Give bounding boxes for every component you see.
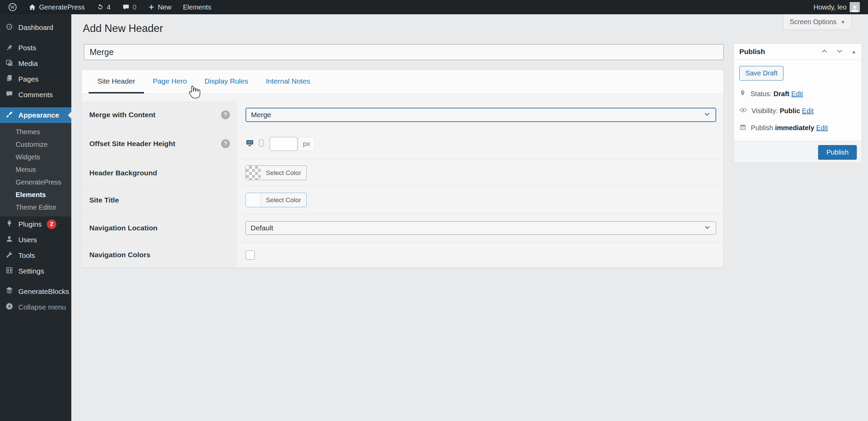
menu-separator xyxy=(0,279,71,284)
sidebar-item-generateblocks[interactable]: GenerateBlocks xyxy=(0,284,71,299)
admin-bar-updates[interactable]: 4 xyxy=(96,3,111,11)
comments-bubble-icon xyxy=(122,3,130,11)
merge-with-content-select[interactable]: Merge xyxy=(246,108,716,122)
submenu-item-generatepress[interactable]: GeneratePress xyxy=(0,176,71,189)
media-icon xyxy=(5,59,13,68)
admin-bar-comments-count: 0 xyxy=(133,3,137,11)
edit-visibility-link[interactable]: Edit xyxy=(802,107,814,115)
admin-bar-site-link[interactable]: GeneratePress xyxy=(29,3,85,11)
wordpress-logo-icon: W xyxy=(8,3,17,12)
sidebar-item-label: GenerateBlocks xyxy=(18,287,69,296)
tab-page-hero[interactable]: Page Hero xyxy=(144,70,196,93)
row-merge-with-content: Merge with Content ? Merge xyxy=(82,102,723,128)
desktop-icon[interactable] xyxy=(246,139,254,149)
schedule-row: Publish immediately Edit xyxy=(739,123,856,132)
tab-display-rules[interactable]: Display Rules xyxy=(196,70,257,93)
field-label: Navigation Colors xyxy=(89,251,150,259)
schedule-label: Publish xyxy=(751,124,773,131)
admin-bar-my-account[interactable]: Howdy, leo xyxy=(814,2,860,12)
site-title-color-picker[interactable]: Select Color xyxy=(246,193,307,207)
wrench-icon xyxy=(5,251,13,260)
publish-button[interactable]: Publish xyxy=(818,145,857,160)
sliders-icon xyxy=(5,266,13,276)
screen-options-button[interactable]: Screen Options ▼ xyxy=(783,14,852,30)
active-menu-arrow xyxy=(68,112,71,119)
field-label-cell: Header Background xyxy=(82,160,236,186)
move-down-icon[interactable] xyxy=(836,48,843,56)
field-cell: px xyxy=(236,128,723,159)
sidebar-item-label: Appearance xyxy=(18,111,59,119)
calendar-icon xyxy=(739,123,746,132)
submenu-item-widgets[interactable]: Widgets xyxy=(0,151,71,163)
save-draft-button[interactable]: Save Draft xyxy=(739,66,783,81)
sidebar-item-collapse-menu[interactable]: Collapse menu xyxy=(0,299,71,315)
submenu-item-themes[interactable]: Themes xyxy=(0,126,71,138)
pages-icon xyxy=(5,74,13,84)
row-header-background: Header Background Select Color xyxy=(82,159,723,186)
offset-height-input[interactable] xyxy=(270,137,297,151)
publish-panel-controls: ▲ xyxy=(821,48,856,56)
tab-internal-notes[interactable]: Internal Notes xyxy=(257,70,319,93)
status-value: Draft xyxy=(774,90,790,98)
sidebar-item-tools[interactable]: Tools xyxy=(0,248,71,263)
toggle-panel-icon[interactable]: ▲ xyxy=(851,49,856,54)
mobile-icon[interactable] xyxy=(259,139,264,148)
comments-icon xyxy=(5,90,13,100)
tab-site-header[interactable]: Site Header xyxy=(89,70,144,93)
edit-schedule-link[interactable]: Edit xyxy=(816,124,828,131)
edit-status-link[interactable]: Edit xyxy=(791,90,803,98)
sidebar-item-settings[interactable]: Settings xyxy=(0,263,71,279)
device-toggle xyxy=(246,139,264,149)
options-rows: Merge with Content ? Merge Offset Site H… xyxy=(82,102,723,268)
sidebar-item-label: Pages xyxy=(18,75,39,83)
field-label: Merge with Content xyxy=(89,111,156,119)
field-label: Site Title xyxy=(89,196,119,204)
submenu-item-menus[interactable]: Menus xyxy=(0,163,71,176)
submenu-item-theme-editor[interactable]: Theme Editor xyxy=(0,201,71,214)
navigation-colors-checkbox[interactable] xyxy=(246,250,255,260)
row-navigation-colors: Navigation Colors xyxy=(82,242,723,268)
submenu-item-elements[interactable]: Elements xyxy=(0,189,71,201)
field-cell: Merge xyxy=(236,102,723,128)
sidebar-item-users[interactable]: Users xyxy=(0,232,71,248)
sidebar-item-pages[interactable]: Pages xyxy=(0,71,71,87)
plus-icon xyxy=(148,4,155,11)
visibility-text: Visibility: Public Edit xyxy=(752,107,814,115)
plugins-update-badge: 2 xyxy=(47,220,56,229)
selected-option: Default xyxy=(251,224,273,232)
updates-icon xyxy=(96,3,104,11)
admin-bar-comments[interactable]: 0 xyxy=(122,3,137,11)
svg-text:W: W xyxy=(10,4,15,10)
sidebar-item-dashboard[interactable]: Dashboard xyxy=(0,20,71,35)
home-icon xyxy=(29,3,36,11)
wordpress-logo-menu[interactable]: W xyxy=(8,3,17,12)
field-cell: Select Color xyxy=(236,160,723,186)
move-up-icon[interactable] xyxy=(821,48,828,56)
sidebar-item-posts[interactable]: Posts xyxy=(0,40,71,56)
menu-separator xyxy=(0,35,71,40)
schedule-text: Publish immediately Edit xyxy=(751,124,828,132)
sidebar-item-label: Users xyxy=(18,236,37,244)
element-title-input[interactable] xyxy=(84,44,724,60)
post-status-pin-icon xyxy=(739,90,746,98)
collapse-icon xyxy=(5,302,13,312)
sidebar-item-plugins[interactable]: Plugins 2 xyxy=(0,216,71,232)
sidebar-item-appearance[interactable]: Appearance xyxy=(0,107,71,123)
sidebar-item-comments[interactable]: Comments xyxy=(0,87,71,103)
admin-bar-new[interactable]: New xyxy=(148,3,171,11)
plugin-icon xyxy=(5,220,13,229)
submenu-item-customize[interactable]: Customize xyxy=(0,138,71,151)
sidebar-item-label: Collapse menu xyxy=(18,303,66,311)
admin-bar-elements[interactable]: Elements xyxy=(183,3,211,11)
sidebar-item-media[interactable]: Media xyxy=(0,56,71,71)
help-icon[interactable]: ? xyxy=(221,139,230,148)
header-background-color-picker[interactable]: Select Color xyxy=(246,165,307,180)
publish-panel-header[interactable]: Publish ▲ xyxy=(734,44,862,60)
field-label-cell: Site Title xyxy=(82,186,236,214)
admin-bar: W GeneratePress 4 0 xyxy=(0,0,868,14)
field-label: Navigation Location xyxy=(89,224,158,232)
row-offset-site-header-height: Offset Site Header Height ? px xyxy=(82,128,723,159)
dashboard-icon xyxy=(5,23,13,32)
navigation-location-select[interactable]: Default xyxy=(246,221,716,235)
help-icon[interactable]: ? xyxy=(221,110,230,119)
